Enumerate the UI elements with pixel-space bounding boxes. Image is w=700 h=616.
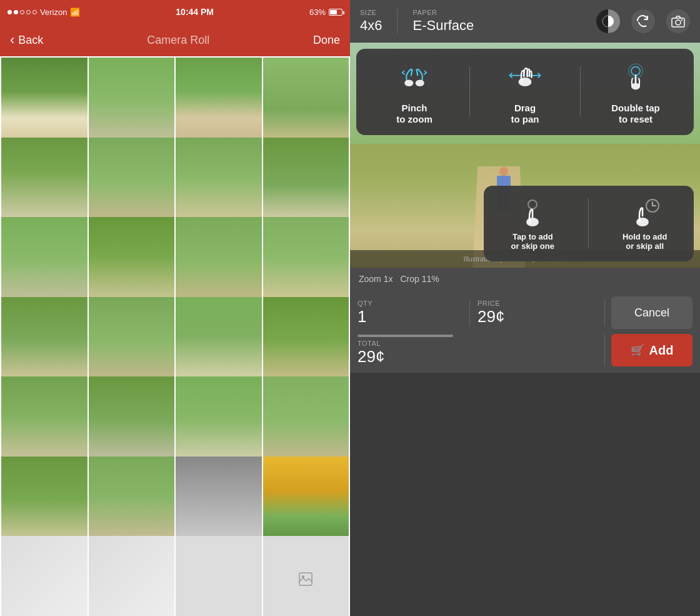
add-button[interactable]: 🛒 Add: [611, 334, 692, 366]
paper-value: E-Surface: [412, 18, 474, 34]
svg-point-6: [404, 80, 413, 87]
photo-cell[interactable]: [1, 457, 88, 543]
photo-cell[interactable]: [176, 58, 262, 144]
left-panel: Verizon 📶 10:44 PM 63% ‹ Back Camera Rol…: [0, 0, 350, 616]
tap-add-title: Tap to add or skip one: [511, 232, 554, 251]
carrier-label: Verizon: [40, 8, 67, 17]
pinch-title: Pinch to zoom: [396, 103, 432, 125]
info-bar: Zoom 1x Crop 11%: [350, 268, 700, 290]
pinch-gesture-item: Pinch to zoom: [366, 58, 463, 125]
svg-point-13: [528, 200, 537, 209]
gesture-divider-1: [469, 66, 470, 116]
photo-cell[interactable]: [1, 536, 88, 616]
photo-cell[interactable]: [89, 297, 175, 383]
signal-dot-4: [26, 10, 31, 14]
photo-cell[interactable]: [1, 297, 88, 383]
camera-icon: [671, 14, 685, 28]
photo-cell[interactable]: [89, 138, 175, 224]
tap-add-icon: [516, 194, 549, 227]
total-value: 29¢: [358, 347, 597, 366]
photo-cell[interactable]: [263, 536, 349, 616]
back-label: Back: [18, 34, 43, 47]
photo-cell[interactable]: [1, 217, 88, 303]
photo-cell[interactable]: [176, 138, 262, 224]
add-label: Add: [649, 343, 674, 358]
status-left: Verizon 📶: [8, 8, 80, 17]
total-add-row: TOTAL 29¢ 🛒 Add: [358, 334, 692, 366]
tap-add-gesture-item: Tap to add or skip one: [503, 194, 562, 251]
photo-cell[interactable]: [263, 217, 349, 303]
toolbar-divider: [397, 9, 398, 34]
back-button[interactable]: ‹ Back: [10, 32, 43, 48]
photo-cell[interactable]: [1, 138, 88, 224]
signal-dots: [8, 10, 37, 14]
total-section: TOTAL 29¢: [358, 335, 605, 366]
qty-value: 1: [358, 307, 462, 326]
paper-label: PAPER: [412, 9, 474, 16]
nav-bar: ‹ Back Camera Roll Done: [0, 24, 350, 56]
svg-point-4: [676, 20, 681, 25]
drag-title: Drag to pan: [511, 103, 539, 125]
gesture-hints-top: Pinch to zoom: [356, 49, 694, 135]
photo-cell[interactable]: [89, 217, 175, 303]
double-tap-title: Double tap to reset: [611, 103, 660, 125]
rotate-icon: [636, 14, 650, 28]
price-label: PRICE: [478, 300, 597, 307]
photo-cell[interactable]: [176, 217, 262, 303]
photo-cell[interactable]: [89, 536, 175, 616]
bottom-bar: QTY 1 PRICE 29¢ Cancel TOTAL 29¢ 🛒 Add: [350, 290, 700, 373]
toolbar-icons: [596, 9, 690, 33]
right-panel: SIZE 4x6 PAPER E-Surface: [350, 0, 700, 616]
photo-cell[interactable]: [176, 536, 262, 616]
gesture-hints-bottom: Tap to add or skip one: [484, 186, 694, 261]
nav-title: Camera Roll: [147, 34, 209, 47]
total-bar: [358, 335, 453, 337]
photo-cell[interactable]: [176, 376, 262, 463]
photo-cell[interactable]: [263, 138, 349, 224]
cancel-button[interactable]: Cancel: [611, 296, 692, 329]
status-time: 10:44 PM: [176, 7, 214, 17]
battery-pct: 63%: [309, 8, 326, 17]
photo-cell[interactable]: [176, 457, 262, 543]
photo-cell[interactable]: [1, 58, 88, 144]
photo-grid: [0, 56, 350, 616]
person-head: [499, 167, 508, 176]
battery-fill: [330, 10, 337, 14]
double-tap-gesture-item: Double tap to reset: [587, 58, 684, 125]
zoom-info: Zoom 1x: [359, 274, 392, 284]
photo-cell[interactable]: [263, 376, 349, 463]
qty-label: QTY: [358, 300, 462, 307]
photo-cell[interactable]: [1, 376, 88, 463]
camera-button[interactable]: [666, 9, 690, 33]
photo-cell[interactable]: [263, 297, 349, 383]
toolbar: SIZE 4x6 PAPER E-Surface: [350, 0, 700, 43]
svg-rect-3: [672, 18, 684, 27]
svg-point-12: [526, 218, 539, 226]
done-button[interactable]: Done: [313, 34, 340, 47]
gesture-divider-2: [580, 66, 581, 116]
photo-cell[interactable]: [89, 376, 175, 463]
price-value: 29¢: [478, 307, 597, 326]
signal-dot-2: [14, 10, 18, 14]
brightness-button[interactable]: [596, 9, 620, 33]
svg-point-5: [681, 19, 682, 20]
photo-cell[interactable]: [89, 58, 175, 144]
svg-point-7: [416, 80, 424, 87]
hold-add-gesture-item: Hold to add or skip all: [615, 194, 674, 251]
drag-icon: [505, 58, 545, 98]
back-arrow-icon: ‹: [10, 32, 14, 48]
hold-add-title: Hold to add or skip all: [622, 232, 668, 251]
rotate-button[interactable]: [631, 9, 655, 33]
photo-cell[interactable]: [263, 457, 349, 543]
cart-icon: 🛒: [631, 343, 644, 357]
pinch-icon: [394, 58, 434, 98]
half-circle-icon: [601, 14, 615, 28]
signal-dot-5: [32, 10, 37, 14]
crop-info: Crop 11%: [400, 274, 439, 284]
photo-cell[interactable]: [89, 457, 175, 543]
size-section: SIZE 4x6: [360, 9, 382, 34]
photo-cell[interactable]: [176, 297, 262, 383]
photo-placeholder-icon: [298, 572, 313, 587]
photo-cell[interactable]: [263, 58, 349, 144]
size-value: 4x6: [360, 18, 382, 34]
